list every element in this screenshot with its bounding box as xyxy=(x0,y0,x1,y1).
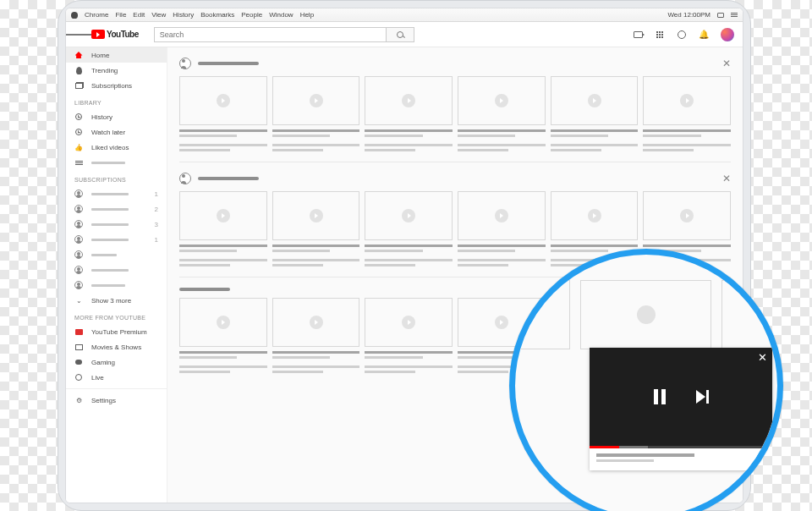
menu-item[interactable]: View xyxy=(151,11,166,19)
sidebar-label: Gaming xyxy=(91,359,115,366)
play-icon xyxy=(217,316,230,329)
next-icon[interactable] xyxy=(696,390,709,404)
video-card[interactable] xyxy=(179,191,267,266)
sidebar-item-watch-later[interactable]: Watch later xyxy=(66,124,167,140)
sidebar-label: Trending xyxy=(91,67,118,74)
messages-icon[interactable] xyxy=(677,30,687,40)
channel-avatar-icon xyxy=(74,281,83,289)
sidebar-label: Subscriptions xyxy=(91,82,132,90)
sidebar-section-more: MORE FROM YOUTUBE xyxy=(66,308,167,324)
home-icon xyxy=(75,52,83,58)
sidebar-sub-item[interactable] xyxy=(66,262,167,277)
sidebar-sub-item[interactable]: 1 xyxy=(66,232,167,247)
sidebar-sub-item[interactable]: 3 xyxy=(66,217,167,232)
search-button[interactable] xyxy=(386,27,414,42)
sidebar-item-home[interactable]: Home xyxy=(66,47,167,63)
channel-avatar-icon xyxy=(74,266,83,274)
sidebar-sub-item[interactable] xyxy=(66,247,167,262)
menu-item[interactable]: People xyxy=(241,11,262,19)
video-card[interactable] xyxy=(365,191,453,266)
unread-count: 1 xyxy=(155,190,158,198)
gear-icon: ⚙ xyxy=(74,396,83,404)
sidebar-item-settings[interactable]: ⚙Settings xyxy=(66,393,167,408)
dismiss-shelf-button[interactable]: ✕ xyxy=(722,58,731,69)
sidebar-label: Movies & Shows xyxy=(91,343,141,351)
notifications-icon[interactable]: 🔔 xyxy=(699,30,709,40)
video-card[interactable] xyxy=(365,298,453,373)
video-card[interactable] xyxy=(551,76,639,151)
video-card[interactable] xyxy=(458,191,546,266)
placeholder-text xyxy=(91,223,129,226)
account-avatar[interactable] xyxy=(721,28,734,41)
channel-avatar-icon[interactable] xyxy=(179,173,191,184)
video-card[interactable] xyxy=(179,298,267,373)
sidebar-item-movies[interactable]: Movies & Shows xyxy=(66,339,167,354)
placeholder-text xyxy=(91,269,129,272)
sidebar-label: History xyxy=(91,113,112,121)
channel-avatar-icon xyxy=(74,220,83,228)
menu-item[interactable]: File xyxy=(115,11,126,19)
sidebar-item-playlist[interactable] xyxy=(66,155,167,170)
sidebar-show-more[interactable]: ⌄Show 3 more xyxy=(66,293,167,308)
sidebar-item-subscriptions[interactable]: Subscriptions xyxy=(66,78,167,93)
sidebar-label: Live xyxy=(91,374,104,382)
list-icon[interactable] xyxy=(731,13,738,17)
trending-icon xyxy=(76,67,82,74)
hamburger-button[interactable] xyxy=(66,33,91,36)
video-card[interactable] xyxy=(272,298,360,373)
unread-count: 2 xyxy=(155,206,158,213)
search-input[interactable] xyxy=(154,27,386,42)
create-video-icon[interactable] xyxy=(633,30,643,40)
sidebar-section-library: LIBRARY xyxy=(66,93,167,109)
apps-icon[interactable] xyxy=(655,30,665,40)
miniplayer[interactable]: ✕ xyxy=(590,348,772,470)
play-icon xyxy=(495,316,508,329)
play-icon xyxy=(217,209,230,223)
youtube-logo[interactable]: YouTube xyxy=(91,30,139,39)
channel-avatar-icon[interactable] xyxy=(179,58,191,69)
menu-item[interactable]: Help xyxy=(300,11,314,19)
history-icon xyxy=(75,113,82,120)
sidebar-sub-item[interactable]: 2 xyxy=(66,201,167,217)
menu-item[interactable]: Window xyxy=(269,11,293,19)
youtube-topbar: YouTube 🔔 xyxy=(66,22,743,47)
sidebar-item-history[interactable]: History xyxy=(66,109,167,124)
shelf-title-placeholder xyxy=(179,288,230,291)
video-shelf: ✕ xyxy=(179,58,731,151)
video-card[interactable] xyxy=(272,76,360,151)
miniplayer-close-button[interactable]: ✕ xyxy=(758,351,767,364)
menu-item[interactable]: Chrome xyxy=(85,11,108,19)
apple-icon xyxy=(71,12,78,19)
placeholder-text xyxy=(91,284,125,287)
sidebar-sub-item[interactable]: 1 xyxy=(66,186,167,201)
control-icon[interactable] xyxy=(717,13,724,18)
zoom-lens: ✕ xyxy=(509,249,783,511)
watch-later-icon xyxy=(75,129,82,135)
progress-bar[interactable] xyxy=(590,446,772,448)
miniplayer-video[interactable]: ✕ xyxy=(590,348,772,446)
video-card[interactable] xyxy=(643,76,731,151)
miniplayer-sub-placeholder xyxy=(596,459,654,462)
sidebar-item-live[interactable]: Live xyxy=(66,370,167,385)
sidebar-item-gaming[interactable]: Gaming xyxy=(66,354,167,370)
sidebar-item-trending[interactable]: Trending xyxy=(66,63,167,78)
pause-icon[interactable] xyxy=(654,389,666,404)
placeholder-text xyxy=(91,208,129,211)
sidebar-item-premium[interactable]: YouTube Premium xyxy=(66,324,167,339)
menu-item[interactable]: History xyxy=(173,11,194,19)
menu-item[interactable]: Bookmarks xyxy=(200,11,234,19)
dismiss-shelf-button[interactable]: ✕ xyxy=(722,173,731,184)
video-card[interactable] xyxy=(365,76,453,151)
sidebar-label: Home xyxy=(91,52,109,59)
menu-item[interactable]: Edit xyxy=(133,11,145,19)
play-icon xyxy=(588,209,601,223)
video-card[interactable] xyxy=(458,76,546,151)
video-card[interactable] xyxy=(179,76,267,151)
play-icon xyxy=(402,94,415,107)
play-icon xyxy=(402,209,415,223)
sidebar: Home Trending Subscriptions LIBRARY Hist… xyxy=(66,47,167,503)
placeholder-text xyxy=(91,254,117,256)
video-card[interactable] xyxy=(272,191,360,266)
sidebar-sub-item[interactable] xyxy=(66,277,167,293)
sidebar-item-liked[interactable]: 👍Liked videos xyxy=(66,140,167,155)
